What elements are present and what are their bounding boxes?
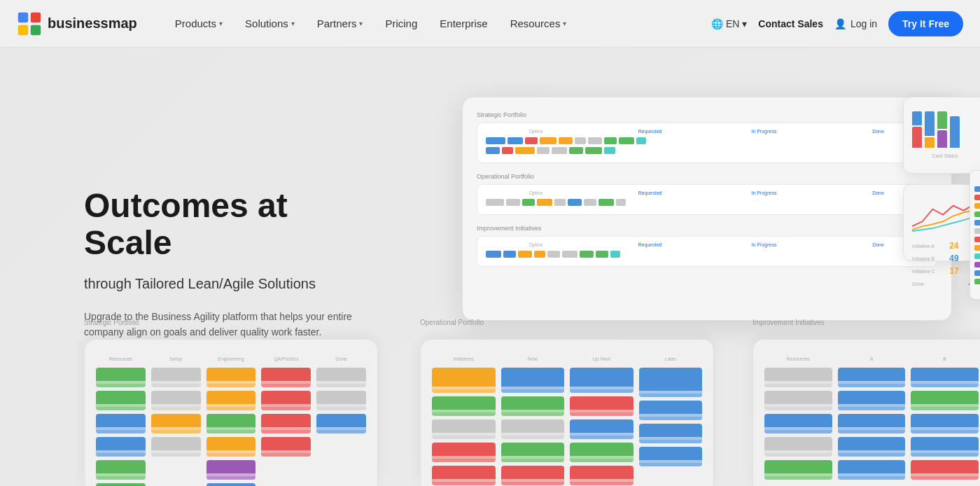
list-item xyxy=(838,437,906,457)
rbar-10 xyxy=(974,262,980,268)
bar-row-2 xyxy=(486,147,928,154)
nav-partners[interactable]: Partners ▾ xyxy=(307,13,373,34)
list-item xyxy=(501,466,565,485)
rbar-8 xyxy=(974,245,980,251)
list-item xyxy=(911,391,979,410)
login-button[interactable]: 👤 Log in xyxy=(834,18,877,29)
list-item xyxy=(639,401,703,420)
list-item xyxy=(764,391,832,410)
list-item xyxy=(639,447,703,466)
list-item xyxy=(639,424,703,443)
chevron-down-icon: ▾ xyxy=(359,20,363,27)
list-item xyxy=(570,466,634,485)
nav-pricing[interactable]: Pricing xyxy=(375,13,427,34)
list-item xyxy=(261,437,311,457)
kb-col-later: Later xyxy=(639,356,703,485)
improvement-initiatives-label: Improvement Initiatives xyxy=(477,225,937,232)
list-item xyxy=(570,443,634,462)
logo-icon xyxy=(17,11,42,36)
nav-products[interactable]: Products ▾ xyxy=(165,13,232,34)
strategic-portfolio-section: Strategic Portfolio Optins Requested In … xyxy=(477,111,937,163)
list-item xyxy=(96,460,146,480)
list-item xyxy=(96,391,146,410)
language-selector[interactable]: 🌐 EN ▾ xyxy=(711,18,747,29)
list-item xyxy=(206,368,256,387)
navbar: businessmap Products ▾ Solutions ▾ Partn… xyxy=(0,0,980,48)
operational-portfolio-board: Optins Requested In Progress Done xyxy=(477,184,937,215)
list-item xyxy=(911,437,979,457)
done-row: Done: 42 xyxy=(912,279,978,289)
rbar-11 xyxy=(974,270,980,276)
list-item xyxy=(838,391,906,410)
list-item xyxy=(838,460,906,480)
chevron-down-icon: ▾ xyxy=(742,18,747,29)
kb-col-initiatives: Initiatives xyxy=(432,356,496,485)
contact-sales-link[interactable]: Contact Sales xyxy=(758,18,823,29)
nav-links: Products ▾ Solutions ▾ Partners ▾ Pricin… xyxy=(165,13,711,34)
kb-col-resources: Resources xyxy=(96,356,146,486)
list-item xyxy=(151,414,201,433)
try-free-button[interactable]: Try It Free xyxy=(888,11,963,36)
list-item xyxy=(911,460,979,480)
chevron-down-icon: ▾ xyxy=(219,20,223,27)
list-item xyxy=(261,368,311,387)
hero-section: Outcomes at Scale through Tailored Lean/… xyxy=(0,48,980,486)
user-icon: 👤 xyxy=(834,18,846,29)
kb-col-now: Now xyxy=(501,356,565,485)
list-item xyxy=(501,368,565,393)
list-item xyxy=(261,391,311,410)
list-item xyxy=(838,368,906,387)
list-item xyxy=(151,368,201,387)
bar-chart xyxy=(912,106,978,148)
svg-rect-0 xyxy=(18,12,28,22)
nav-resources[interactable]: Resources ▾ xyxy=(500,13,577,34)
bar-chart-widget: Card Status xyxy=(903,97,980,174)
dashboard-container: Strategic Portfolio Optins Requested In … xyxy=(462,97,952,321)
rbar-2 xyxy=(974,195,980,200)
list-item xyxy=(639,368,703,397)
nav-solutions[interactable]: Solutions ▾ xyxy=(235,13,304,34)
kb-col-res3: Resources xyxy=(764,356,832,480)
logo[interactable]: businessmap xyxy=(17,11,137,36)
column-headers: Optins Requested In Progress Done xyxy=(486,129,928,134)
rbar-7 xyxy=(974,237,980,242)
list-item xyxy=(570,368,634,393)
initiative-a-row: Initiative A 24 % xyxy=(912,241,978,251)
list-item xyxy=(206,414,256,433)
list-item xyxy=(432,396,496,416)
list-item xyxy=(206,483,256,486)
list-item xyxy=(151,391,201,410)
list-item xyxy=(501,419,565,439)
nav-right: 🌐 EN ▾ Contact Sales 👤 Log in Try It Fre… xyxy=(711,11,963,36)
list-item xyxy=(911,368,979,387)
kb-col-setup: Setup xyxy=(151,356,201,486)
widget-label: Card Status xyxy=(912,153,978,158)
list-item xyxy=(316,414,366,433)
initiative-c-row: Initiative C 17 % xyxy=(912,266,978,276)
svg-rect-1 xyxy=(31,12,41,22)
list-item xyxy=(764,437,832,457)
list-item xyxy=(432,368,496,393)
rbar-6 xyxy=(974,228,980,234)
column-headers-3: Optins Requested In Progress Done xyxy=(486,242,928,247)
kanban-board-1: Resources Setup Engineering xyxy=(84,339,378,486)
list-item xyxy=(151,437,201,457)
list-item xyxy=(911,414,979,433)
logo-text: businessmap xyxy=(48,15,137,32)
kb-col-b3: B xyxy=(911,356,979,480)
kanban-cols-1: Resources Setup Engineering xyxy=(96,356,366,486)
op-bar-row-1 xyxy=(486,199,928,206)
list-item xyxy=(764,460,832,480)
hero-content: Outcomes at Scale through Tailored Lean/… xyxy=(84,188,378,340)
hero-title: Outcomes at Scale xyxy=(84,188,378,262)
initiative-b-row: Initiative B 49 % xyxy=(912,254,978,263)
improvement-initiatives-section: Improvement Initiatives Optins Requested… xyxy=(477,225,937,267)
list-item xyxy=(96,483,146,486)
kb-col-engineering: Engineering xyxy=(206,356,256,486)
nav-enterprise[interactable]: Enterprise xyxy=(430,13,497,34)
strategic-portfolio-label: Strategic Portfolio xyxy=(477,111,937,118)
list-item xyxy=(206,437,256,457)
kb-col-qa: QA/Prod/cs xyxy=(261,356,311,486)
rbar-9 xyxy=(974,254,980,259)
kb-col-done: Done xyxy=(316,356,366,486)
